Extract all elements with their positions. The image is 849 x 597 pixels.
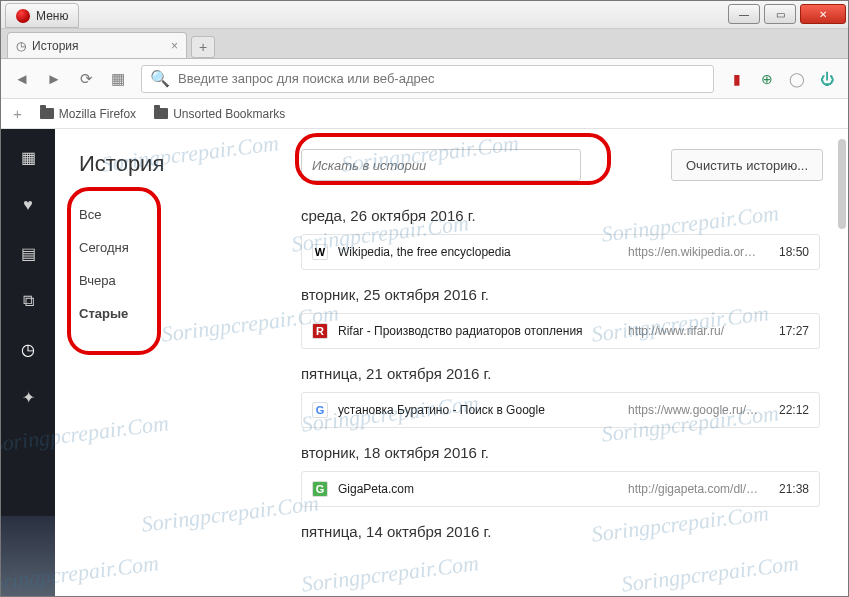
extensions-icon[interactable]: ✦ bbox=[18, 387, 38, 407]
entry-url: http://gigapeta.com/dl/19691... bbox=[628, 482, 759, 496]
window-titlebar: Меню — ▭ ✕ bbox=[1, 1, 848, 29]
entry-url: https://en.wikipedia.org/wiki/... bbox=[628, 245, 759, 259]
filter-Сегодня[interactable]: Сегодня bbox=[79, 240, 261, 255]
history-content: Очистить историю... среда, 26 октября 20… bbox=[285, 129, 848, 596]
reload-icon[interactable]: ⟳ bbox=[77, 70, 95, 88]
close-button[interactable]: ✕ bbox=[800, 4, 846, 24]
menu-button[interactable]: Меню bbox=[5, 3, 79, 28]
address-input[interactable] bbox=[178, 71, 705, 86]
favicon: G bbox=[312, 481, 328, 497]
minimize-button[interactable]: — bbox=[728, 4, 760, 24]
bookmark-folder[interactable]: Unsorted Bookmarks bbox=[154, 107, 285, 121]
entry-url: http://www.rifar.ru/ bbox=[628, 324, 759, 338]
entry-time: 17:27 bbox=[769, 324, 809, 338]
bookmark-icon[interactable]: ▮ bbox=[728, 70, 746, 88]
new-tab-button[interactable]: + bbox=[191, 36, 215, 58]
heart-icon[interactable]: ♥ bbox=[18, 195, 38, 215]
history-search-input[interactable] bbox=[312, 158, 570, 173]
date-heading: пятница, 21 октября 2016 г. bbox=[301, 365, 826, 382]
history-sidebar: История ВсеСегодняВчераСтарые bbox=[55, 129, 285, 596]
maximize-button[interactable]: ▭ bbox=[764, 4, 796, 24]
entry-title: Rifar - Производство радиаторов отоплени… bbox=[338, 324, 618, 338]
date-heading: пятница, 14 октября 2016 г. bbox=[301, 523, 826, 540]
forward-icon[interactable]: ► bbox=[45, 70, 63, 87]
menu-label: Меню bbox=[36, 9, 68, 23]
filter-Вчера[interactable]: Вчера bbox=[79, 273, 261, 288]
window-controls: — ▭ ✕ bbox=[726, 1, 848, 28]
history-entry[interactable]: Gустановка Буратино - Поиск в Googlehttp… bbox=[301, 392, 820, 428]
apps-icon[interactable]: ▦ bbox=[109, 70, 127, 88]
clock-icon: ◷ bbox=[16, 39, 26, 53]
side-rail: ▦ ♥ ▤ ⧉ ◷ ✦ bbox=[1, 129, 55, 596]
date-heading: вторник, 25 октября 2016 г. bbox=[301, 286, 826, 303]
clear-history-button[interactable]: Очистить историю... bbox=[671, 149, 823, 181]
page-title: История bbox=[79, 151, 261, 177]
devices-icon[interactable]: ⧉ bbox=[18, 291, 38, 311]
entry-title: Wikipedia, the free encyclopedia bbox=[338, 245, 618, 259]
entry-title: установка Буратино - Поиск в Google bbox=[338, 403, 618, 417]
speed-dial-icon[interactable]: ▦ bbox=[18, 147, 38, 167]
date-heading: среда, 26 октября 2016 г. bbox=[301, 207, 826, 224]
entry-title: GigaPeta.com bbox=[338, 482, 618, 496]
tab-strip: ◷ История × + bbox=[1, 29, 848, 59]
folder-icon bbox=[40, 108, 54, 119]
tab-history[interactable]: ◷ История × bbox=[7, 32, 187, 58]
filter-Все[interactable]: Все bbox=[79, 207, 261, 222]
search-icon: 🔍 bbox=[150, 69, 170, 88]
battery-icon[interactable]: ⏻ bbox=[818, 70, 836, 88]
bookmark-folder[interactable]: Mozilla Firefox bbox=[40, 107, 136, 121]
bookmarks-bar: + Mozilla Firefox Unsorted Bookmarks bbox=[1, 99, 848, 129]
favicon: R bbox=[312, 323, 328, 339]
add-bookmark-icon[interactable]: + bbox=[13, 105, 22, 122]
news-icon[interactable]: ▤ bbox=[18, 243, 38, 263]
entry-time: 21:38 bbox=[769, 482, 809, 496]
rail-background bbox=[1, 516, 55, 596]
favicon: G bbox=[312, 402, 328, 418]
tab-title: История bbox=[32, 39, 79, 53]
tab-close-icon[interactable]: × bbox=[171, 39, 178, 53]
history-entry[interactable]: WWikipedia, the free encyclopediahttps:/… bbox=[301, 234, 820, 270]
entry-time: 22:12 bbox=[769, 403, 809, 417]
vpn-icon[interactable]: ⊕ bbox=[758, 70, 776, 88]
history-search[interactable] bbox=[301, 149, 581, 181]
opera-icon bbox=[16, 9, 30, 23]
adblock-icon[interactable]: ◯ bbox=[788, 70, 806, 88]
filter-Старые[interactable]: Старые bbox=[79, 306, 261, 321]
date-heading: вторник, 18 октября 2016 г. bbox=[301, 444, 826, 461]
favicon: W bbox=[312, 244, 328, 260]
back-icon[interactable]: ◄ bbox=[13, 70, 31, 87]
history-icon[interactable]: ◷ bbox=[18, 339, 38, 359]
entry-url: https://www.google.ru/search... bbox=[628, 403, 759, 417]
entry-time: 18:50 bbox=[769, 245, 809, 259]
nav-toolbar: ◄ ► ⟳ ▦ 🔍 ▮ ⊕ ◯ ⏻ bbox=[1, 59, 848, 99]
scrollbar-thumb[interactable] bbox=[838, 139, 846, 229]
address-bar[interactable]: 🔍 bbox=[141, 65, 714, 93]
history-entry[interactable]: GGigaPeta.comhttp://gigapeta.com/dl/1969… bbox=[301, 471, 820, 507]
main-area: ▦ ♥ ▤ ⧉ ◷ ✦ История ВсеСегодняВчераСтары… bbox=[1, 129, 848, 596]
history-entry[interactable]: RRifar - Производство радиаторов отоплен… bbox=[301, 313, 820, 349]
folder-icon bbox=[154, 108, 168, 119]
